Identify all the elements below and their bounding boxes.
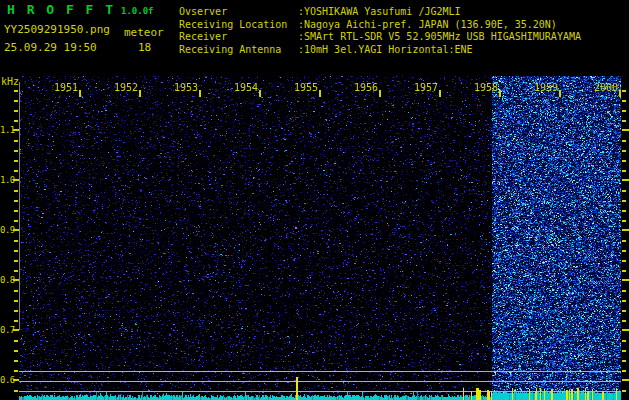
freq-tick-label: 0.8 <box>0 275 14 285</box>
axis-tick <box>14 150 18 152</box>
axis-tick <box>14 320 18 322</box>
axis-tick <box>199 90 201 97</box>
axis-tick <box>14 390 18 392</box>
axis-tick <box>79 90 81 97</box>
axis-tick <box>622 270 626 272</box>
axis-tick <box>13 379 19 381</box>
spectrogram-canvas <box>19 76 621 400</box>
freq-tick-label: 0.9 <box>0 225 14 235</box>
axis-tick <box>622 210 626 212</box>
axis-tick <box>622 220 626 222</box>
receiver-row: Receiver :SMArt RTL-SDR V5 52.905MHz USB… <box>179 31 581 42</box>
axis-tick <box>622 360 626 362</box>
axis-tick <box>139 90 141 97</box>
observer-label: Ovserver <box>179 6 298 17</box>
axis-tick <box>14 260 18 262</box>
axis-tick <box>14 100 18 102</box>
axis-tick <box>622 290 626 292</box>
app-version: 1.0.0f <box>121 6 154 16</box>
axis-tick <box>14 120 18 122</box>
axis-tick <box>13 329 19 331</box>
axis-tick <box>622 300 626 302</box>
axis-tick <box>622 190 626 192</box>
location-value: :Nagoya Aichi-pref. JAPAN (136.90E, 35.2… <box>298 19 557 30</box>
axis-tick <box>13 129 19 131</box>
axis-tick <box>622 100 626 102</box>
axis-tick <box>622 200 626 202</box>
axis-tick <box>14 310 18 312</box>
echo-count: 18 <box>138 42 151 55</box>
axis-tick <box>14 220 18 222</box>
axis-tick <box>622 129 629 131</box>
observer-value: :YOSHIKAWA Yasufumi /JG2MLI <box>298 6 461 17</box>
antenna-label: Receiving Antenna <box>179 44 298 55</box>
axis-tick <box>622 390 626 392</box>
hrofft-window: H R O F F T 1.0.0f YY2509291950.png mete… <box>0 0 629 400</box>
axis-tick <box>14 360 18 362</box>
app-title: H R O F F T <box>7 3 115 18</box>
axis-tick <box>14 200 18 202</box>
axis-tick <box>622 179 629 181</box>
axis-tick <box>14 140 18 142</box>
axis-tick <box>622 250 626 252</box>
axis-tick <box>14 110 18 112</box>
axis-tick <box>622 320 626 322</box>
axis-tick <box>13 229 19 231</box>
freq-tick-label: 0.6 <box>0 375 14 385</box>
axis-tick <box>622 370 626 372</box>
axis-tick <box>14 240 18 242</box>
axis-tick <box>14 190 18 192</box>
axis-tick <box>622 260 626 262</box>
axis-tick <box>622 150 626 152</box>
axis-tick <box>439 90 441 97</box>
freq-tick-label: 1.0 <box>0 175 14 185</box>
axis-tick <box>622 340 626 342</box>
axis-tick <box>14 300 18 302</box>
axis-tick <box>14 340 18 342</box>
freq-tick-label: 0.7 <box>0 325 14 335</box>
freq-tick-label: 1.1 <box>0 125 14 135</box>
axis-tick <box>622 229 629 231</box>
location-row: Receiving Location :Nagoya Aichi-pref. J… <box>179 19 557 30</box>
axis-tick <box>14 270 18 272</box>
receiver-value: :SMArt RTL-SDR V5 52.905MHz USB HIGASHIM… <box>298 31 581 42</box>
axis-tick <box>14 90 18 92</box>
axis-tick <box>319 90 321 97</box>
axis-tick <box>14 250 18 252</box>
axis-tick <box>622 350 626 352</box>
freq-unit-label: kHz <box>1 76 19 88</box>
axis-tick <box>14 290 18 292</box>
location-label: Receiving Location <box>179 19 298 30</box>
axis-tick <box>622 310 626 312</box>
axis-tick <box>14 170 18 172</box>
axis-tick <box>13 179 19 181</box>
axis-tick <box>559 90 561 97</box>
axis-tick <box>622 379 629 381</box>
axis-tick <box>14 160 18 162</box>
axis-tick <box>14 370 18 372</box>
axis-tick <box>622 329 629 331</box>
axis-tick <box>259 90 261 97</box>
observer-row: Ovserver :YOSHIKAWA Yasufumi /JG2MLI <box>179 6 461 17</box>
axis-tick <box>622 110 626 112</box>
axis-tick <box>622 160 626 162</box>
axis-tick <box>14 350 18 352</box>
axis-tick <box>622 240 626 242</box>
axis-tick <box>622 140 626 142</box>
receiver-label: Receiver <box>179 31 298 42</box>
axis-tick <box>13 279 19 281</box>
axis-tick <box>499 90 501 97</box>
axis-tick <box>14 210 18 212</box>
datetime-label: 25.09.29 19:50 <box>4 42 97 55</box>
antenna-value: :10mH 3el.YAGI Horizontal:ENE <box>298 44 473 55</box>
axis-tick <box>622 120 626 122</box>
axis-tick <box>622 170 626 172</box>
mode-label: meteor <box>124 27 164 40</box>
output-filename: YY2509291950.png <box>4 24 110 37</box>
antenna-row: Receiving Antenna :10mH 3el.YAGI Horizon… <box>179 44 473 55</box>
axis-tick <box>379 90 381 97</box>
axis-tick <box>619 90 621 97</box>
axis-tick <box>622 279 629 281</box>
